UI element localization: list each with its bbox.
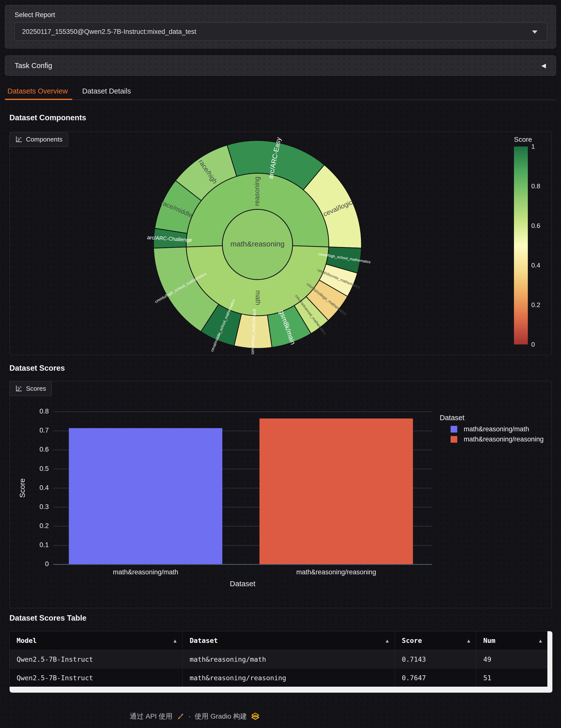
sunburst-label: reasoning xyxy=(253,177,261,206)
column-header-model[interactable]: Model▲ xyxy=(10,631,183,650)
sort-icon[interactable]: ▲ xyxy=(173,638,176,644)
footer-separator: · xyxy=(188,712,191,720)
table-cell: 0.7647 xyxy=(395,669,476,687)
accordion-collapse-icon[interactable]: ◀ xyxy=(541,62,546,69)
y-tick-label: 0.2 xyxy=(39,522,49,530)
x-tick-label: math&reasoning/math xyxy=(113,568,178,576)
chart-icon xyxy=(15,385,23,392)
y-tick-label: 0.7 xyxy=(39,427,49,434)
bar-math&reasoning/math[interactable] xyxy=(69,428,222,564)
report-dropdown[interactable]: 20250117_155350@Qwen2.5-7B-Instruct:mixe… xyxy=(14,23,547,41)
table-row[interactable]: Qwen2.5-7B-Instructmath&reasoning/math0.… xyxy=(10,650,548,669)
y-tick-label: 0.5 xyxy=(39,465,49,472)
column-header-dataset[interactable]: Dataset▲ xyxy=(183,631,395,650)
legend-title: Dataset xyxy=(440,414,544,422)
built-with-gradio-link[interactable]: 使用 Gradio 构建 xyxy=(194,712,247,721)
legend-item[interactable]: math&reasoning/math xyxy=(451,425,544,433)
use-via-api-link[interactable]: 通过 API 使用 xyxy=(130,712,172,721)
y-tick-label: 0.6 xyxy=(39,446,49,453)
scores-heading: Dataset Scores xyxy=(9,364,65,373)
table-vertical-scrollbar[interactable] xyxy=(547,631,552,693)
tabbar-divider xyxy=(5,99,556,100)
y-tick-label: 0.1 xyxy=(39,541,49,549)
scores-plot-tab-label: Scores xyxy=(26,385,46,392)
sunburst-label: math xyxy=(254,290,262,305)
table-cell: 0.7143 xyxy=(395,650,476,669)
gradio-footer: 通过 API 使用 · 使用 Gradio 构建 xyxy=(130,712,259,721)
table-cell: Qwen2.5-7B-Instruct xyxy=(10,669,183,687)
x-tick-label: math&reasoning/reasoning xyxy=(297,568,376,576)
y-tick-label: 0.4 xyxy=(39,484,49,491)
y-tick-label: 0.8 xyxy=(39,408,49,415)
components-heading: Dataset Components xyxy=(9,113,86,122)
sunburst-label: math&reasoning xyxy=(230,240,285,248)
scores-plot-tab[interactable]: Scores xyxy=(9,381,52,396)
bar-math&reasoning/reasoning[interactable] xyxy=(259,418,413,564)
task-config-label: Task Config xyxy=(15,62,52,70)
report-dropdown-value: 20250117_155350@Qwen2.5-7B-Instruct:mixe… xyxy=(22,28,196,36)
table-cell: Qwen2.5-7B-Instruct xyxy=(10,650,183,669)
tab-dataset-details[interactable]: Dataset Details xyxy=(82,87,131,95)
rocket-icon xyxy=(176,712,184,720)
select-report-label: Select Report xyxy=(15,11,55,19)
column-header-num[interactable]: Num▲ xyxy=(476,631,548,650)
components-plot-tab-label: Components xyxy=(26,136,62,143)
sort-icon[interactable]: ▲ xyxy=(386,638,389,644)
table-header-row: Model▲Dataset▲Score▲Num▲ xyxy=(10,631,548,650)
legend-label: math&reasoning/reasoning xyxy=(464,436,544,443)
scores-table: Model▲Dataset▲Score▲Num▲Qwen2.5-7B-Instr… xyxy=(9,631,553,693)
tab-datasets-overview[interactable]: Datasets Overview xyxy=(7,87,68,95)
dropdown-caret-icon[interactable] xyxy=(532,30,537,34)
evalscope-report-page: Select Report 20250117_155350@Qwen2.5-7B… xyxy=(0,0,561,728)
table-cell: 51 xyxy=(476,669,548,687)
select-report-panel: Select Report 20250117_155350@Qwen2.5-7B… xyxy=(5,5,556,49)
table-cell: 49 xyxy=(476,650,548,669)
y-tick-label: 0.3 xyxy=(39,503,49,510)
y-axis-title: Score xyxy=(18,478,26,498)
legend-label: math&reasoning/math xyxy=(464,425,529,433)
components-plot-tab[interactable]: Components xyxy=(9,132,68,147)
sort-icon[interactable]: ▲ xyxy=(539,638,542,644)
y-tick-label: 0 xyxy=(45,560,49,568)
legend-swatch xyxy=(451,436,457,443)
sort-icon[interactable]: ▲ xyxy=(467,638,470,644)
legend-item[interactable]: math&reasoning/reasoning xyxy=(451,436,544,443)
table-heading: Dataset Scores Table xyxy=(9,614,86,623)
legend-swatch xyxy=(451,426,457,433)
table-horizontal-scrollbar[interactable] xyxy=(10,687,548,693)
column-header-score[interactable]: Score▲ xyxy=(395,631,476,650)
gradio-logo-icon xyxy=(251,712,259,720)
table-cell: math&reasoning/reasoning xyxy=(183,669,395,687)
bar-chart-legend: Dataset math&reasoning/mathmath&reasonin… xyxy=(440,414,544,446)
table-cell: math&reasoning/math xyxy=(183,650,395,669)
chart-icon xyxy=(15,136,23,143)
sunburst-chart[interactable]: math&reasoningreasoningmatharc/ARC-Easyc… xyxy=(9,132,552,355)
table-row[interactable]: Qwen2.5-7B-Instructmath&reasoning/reason… xyxy=(10,669,548,687)
active-tab-underline xyxy=(5,99,72,100)
task-config-accordion[interactable]: Task Config ◀ xyxy=(5,55,556,76)
x-axis-title: Dataset xyxy=(230,580,255,588)
